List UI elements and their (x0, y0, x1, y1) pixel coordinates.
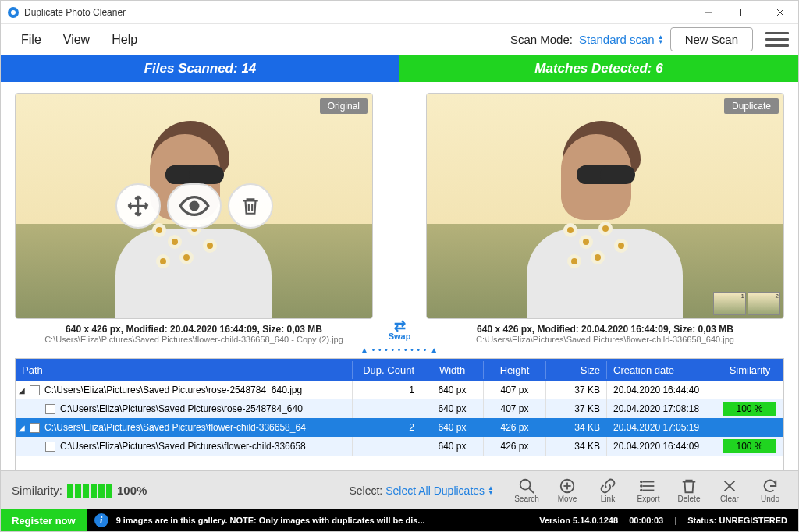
original-preview[interactable]: Original (15, 93, 373, 319)
delete-button[interactable]: Delete (672, 477, 706, 503)
original-path: C:\Users\Eliza\Pictures\Saved Pictures\f… (44, 335, 343, 344)
titlebar: Duplicate Photo Cleaner (1, 1, 798, 24)
matches-detected-stat: Matches Detected: 6 (400, 55, 798, 82)
table-row[interactable]: C:\Users\Eliza\Pictures\Saved Pictures\f… (16, 437, 783, 456)
scanmode-label: Scan Mode: (510, 33, 573, 46)
move-button[interactable]: Move (550, 477, 584, 503)
svg-point-1 (11, 10, 16, 15)
row-checkbox[interactable] (45, 442, 55, 452)
maximize-button[interactable] (726, 1, 762, 24)
svg-point-6 (190, 202, 198, 210)
new-scan-button[interactable]: New Scan (670, 27, 753, 51)
similarity-label: Similarity: (12, 484, 62, 497)
col-dup[interactable]: Dup. Count (353, 361, 421, 379)
svg-rect-3 (741, 9, 748, 16)
table-row[interactable]: ◢C:\Users\Eliza\Pictures\Saved Pictures\… (16, 381, 783, 399)
col-size[interactable]: Size (546, 361, 607, 379)
table-row[interactable]: ◢C:\Users\Eliza\Pictures\Saved Pictures\… (16, 418, 783, 437)
col-path[interactable]: Path (16, 361, 353, 379)
scanmode-value: Standard scan (579, 33, 655, 46)
similarity-bars (67, 484, 112, 498)
row-checkbox[interactable] (45, 404, 55, 414)
table-row[interactable]: C:\Users\Eliza\Pictures\Saved Pictures\r… (16, 399, 783, 418)
stats-bar: Files Scanned: 14 Matches Detected: 6 (1, 55, 798, 82)
collapse-handle[interactable]: ▲ • • • • • • • • • ▲ (15, 344, 784, 355)
table-header: Path Dup. Count Width Height Size Creati… (16, 359, 783, 381)
col-date[interactable]: Creation date (607, 361, 716, 379)
col-similarity[interactable]: Similarity (716, 361, 783, 379)
dropdown-caret-icon: ▲▼ (658, 35, 664, 44)
row-checkbox[interactable] (30, 385, 40, 395)
row-checkbox[interactable] (30, 423, 40, 433)
original-badge: Original (320, 98, 368, 114)
svg-point-16 (641, 485, 642, 487)
swap-arrow-icon: ⇄ (394, 321, 406, 332)
window-title: Duplicate Photo Cleaner (24, 7, 691, 18)
menu-file[interactable]: File (10, 28, 52, 51)
close-button[interactable] (762, 1, 798, 24)
register-button[interactable]: Register now (1, 509, 87, 531)
menu-help[interactable]: Help (101, 28, 148, 51)
original-meta: 640 x 426 px, Modified: 20.04.2020 16:44… (44, 324, 343, 335)
info-icon: i (94, 513, 108, 527)
duplicate-preview[interactable]: Duplicate 1 2 (426, 93, 784, 319)
thumb-1[interactable]: 1 (713, 292, 746, 315)
col-height[interactable]: Height (484, 361, 546, 379)
dropdown-caret-icon: ▲▼ (488, 486, 494, 495)
move-overlay-button[interactable] (115, 183, 161, 229)
swap-button[interactable]: ⇄ Swap (384, 93, 415, 344)
status-version: Version 5.14.0.1248 (539, 516, 618, 525)
clear-button[interactable]: Clear (712, 477, 747, 503)
delete-overlay-button[interactable] (228, 183, 273, 229)
svg-point-7 (520, 480, 531, 490)
menubar: File View Help Scan Mode: Standard scan … (1, 24, 798, 55)
duplicate-image (427, 94, 783, 318)
status-registration: Status: UNREGISTERED (687, 516, 787, 525)
duplicate-meta: 640 x 426 px, Modified: 20.04.2020 16:44… (476, 324, 734, 335)
status-timer: 00:00:03 (629, 516, 663, 525)
results-table: Path Dup. Count Width Height Size Creati… (15, 358, 784, 470)
select-dropdown[interactable]: Select All Duplicates ▲▼ (385, 484, 494, 497)
similarity-percent: 100% (117, 484, 147, 497)
thumb-2[interactable]: 2 (748, 292, 780, 315)
duplicate-badge: Duplicate (724, 98, 779, 114)
duplicate-path: C:\Users\Eliza\Pictures\Saved Pictures\f… (476, 335, 734, 344)
export-button[interactable]: Export (631, 477, 666, 503)
scanmode-dropdown[interactable]: Standard scan ▲▼ (579, 33, 664, 46)
svg-point-15 (641, 481, 642, 483)
svg-point-17 (641, 490, 642, 491)
duplicate-thumbs: 1 2 (713, 292, 780, 315)
search-button[interactable]: Search (510, 477, 544, 503)
minimize-button[interactable] (691, 1, 726, 24)
app-icon (7, 6, 20, 19)
statusbar: Register now i 9 images are in this gall… (1, 509, 798, 531)
bottom-toolbar: Similarity: 100% Select: Select All Dupl… (1, 470, 798, 509)
view-overlay-button[interactable] (167, 183, 222, 229)
preview-area: Original 640 x 426 px, Modified: 20.04.2… (1, 82, 798, 358)
svg-line-8 (529, 488, 534, 493)
files-scanned-stat: Files Scanned: 14 (1, 55, 400, 82)
swap-label: Swap (389, 332, 411, 341)
select-label: Select: (349, 484, 382, 497)
link-button[interactable]: Link (591, 477, 625, 503)
hamburger-menu-button[interactable] (765, 30, 789, 49)
status-separator: | (674, 516, 676, 525)
undo-button[interactable]: Undo (753, 477, 787, 503)
status-message: 9 images are in this gallery. NOTE: Only… (116, 516, 529, 525)
menu-view[interactable]: View (52, 28, 101, 51)
col-width[interactable]: Width (421, 361, 484, 379)
